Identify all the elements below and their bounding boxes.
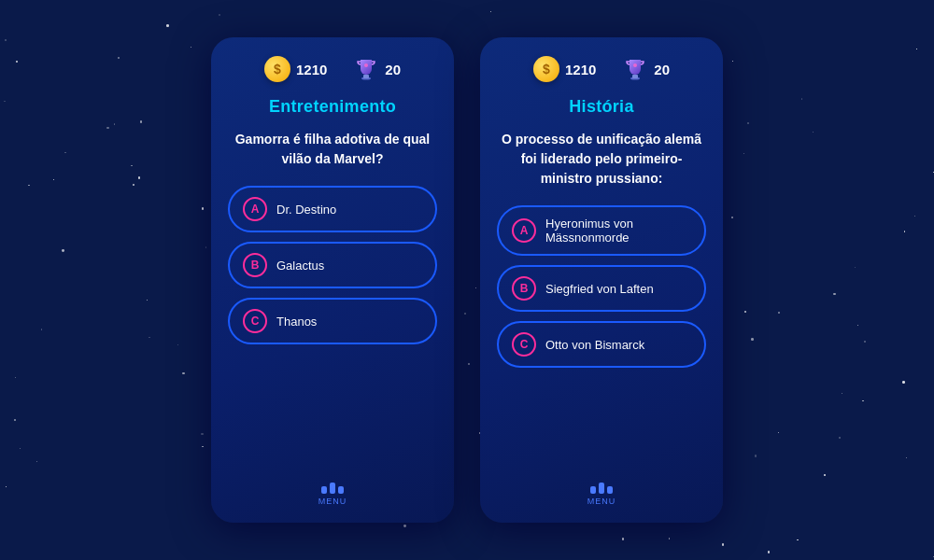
card-entertainment: $ 1210 20 EntretenimentoGamorra é filha … <box>211 37 454 523</box>
option-text: Hyeronimus von Mässnonmorde <box>545 217 691 245</box>
menu-bar-1 <box>590 486 596 494</box>
trophy-value: 20 <box>654 62 670 77</box>
menu-bar-2 <box>599 483 604 494</box>
trophy-stat: 20 <box>622 56 670 82</box>
option-b[interactable]: B Galactus <box>228 242 437 288</box>
options-list: A Dr. Destino B Galactus C Thanos <box>228 186 437 464</box>
card-history: $ 1210 20 HistóriaO processo de unificaç… <box>480 37 723 523</box>
trophy-stat: 20 <box>353 56 401 82</box>
option-a[interactable]: A Hyeronimus von Mässnonmorde <box>497 205 706 256</box>
option-letter: A <box>243 197 267 221</box>
menu-footer[interactable]: MENU <box>587 483 616 506</box>
option-letter: C <box>243 309 267 333</box>
menu-icon <box>321 483 344 494</box>
menu-icon <box>590 483 613 494</box>
option-text: Dr. Destino <box>276 203 336 217</box>
coin-value: 1210 <box>296 62 327 77</box>
menu-bar-2 <box>330 483 335 494</box>
option-c[interactable]: C Otto von Bismarck <box>497 321 706 368</box>
option-a[interactable]: A Dr. Destino <box>228 186 437 232</box>
coin-value: 1210 <box>565 62 596 77</box>
menu-label: MENU <box>587 497 616 506</box>
category-title: Entretenimento <box>269 97 396 117</box>
svg-point-5 <box>633 63 637 67</box>
coin-stat: $ 1210 <box>533 56 596 82</box>
menu-bar-1 <box>321 486 327 494</box>
menu-label: MENU <box>318 497 347 506</box>
stats-row: $ 1210 20 <box>228 56 437 82</box>
trophy-icon <box>622 56 648 82</box>
menu-footer[interactable]: MENU <box>318 483 347 506</box>
category-title: História <box>569 97 633 117</box>
menu-bar-3 <box>607 486 613 494</box>
coin-stat: $ 1210 <box>264 56 327 82</box>
cards-container: $ 1210 20 EntretenimentoGamorra é filha … <box>211 37 723 523</box>
svg-rect-1 <box>363 75 369 78</box>
option-letter: C <box>512 332 536 357</box>
svg-rect-4 <box>632 75 638 78</box>
trophy-value: 20 <box>385 62 401 77</box>
question-text: Gamorra é filha adotiva de qual vilão da… <box>228 130 437 169</box>
stats-row: $ 1210 20 <box>497 56 706 82</box>
option-text: Thanos <box>276 315 317 329</box>
option-letter: A <box>512 218 536 243</box>
option-letter: B <box>243 253 267 277</box>
coin-icon: $ <box>533 56 559 82</box>
option-c[interactable]: C Thanos <box>228 298 437 344</box>
coin-icon: $ <box>264 56 290 82</box>
svg-point-2 <box>364 63 368 67</box>
trophy-icon <box>353 56 379 82</box>
option-text: Siegfried von Laften <box>545 282 654 296</box>
option-letter: B <box>512 276 536 301</box>
question-text: O processo de unificação alemã foi lider… <box>497 130 706 189</box>
option-text: Galactus <box>276 259 324 273</box>
menu-bar-3 <box>338 486 344 494</box>
option-text: Otto von Bismarck <box>545 338 644 352</box>
options-list: A Hyeronimus von Mässnonmorde B Siegfrie… <box>497 205 706 464</box>
option-b[interactable]: B Siegfried von Laften <box>497 265 706 312</box>
